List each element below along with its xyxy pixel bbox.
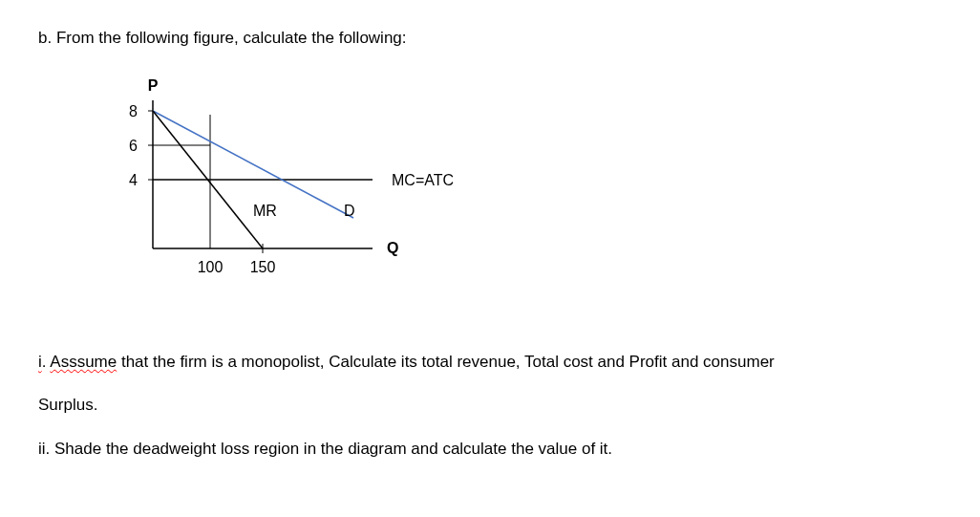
sub-question-i: i. Asssume that the firm is a monopolist… <box>38 344 942 379</box>
mr-label: MR <box>253 203 277 219</box>
sub-question-ii: ii. Shade the deadweight loss region in … <box>38 431 942 466</box>
x-axis-label: Q <box>387 240 398 256</box>
mc-atc-label: MC=ATC <box>392 172 454 188</box>
economics-chart: P 8 6 4 100 150 MC=ATC <box>96 76 478 306</box>
y-tick-label-4: 4 <box>129 172 138 188</box>
x-tick-label-150: 150 <box>250 259 276 275</box>
y-tick-label-8: 8 <box>129 103 138 119</box>
demand-label: D <box>344 203 355 219</box>
sub-i-spellword: Asssume <box>50 353 117 371</box>
x-tick-label-100: 100 <box>198 259 224 275</box>
chart-svg: P 8 6 4 100 150 MC=ATC <box>96 76 478 306</box>
sub-question-i-cont: Surplus. <box>38 387 942 422</box>
y-axis-label: P <box>148 77 159 94</box>
question-intro: b. From the following figure, calculate … <box>38 29 942 48</box>
sub-i-text-1: that the firm is a monopolist, Calculate… <box>117 353 775 371</box>
y-tick-label-6: 6 <box>129 138 138 154</box>
